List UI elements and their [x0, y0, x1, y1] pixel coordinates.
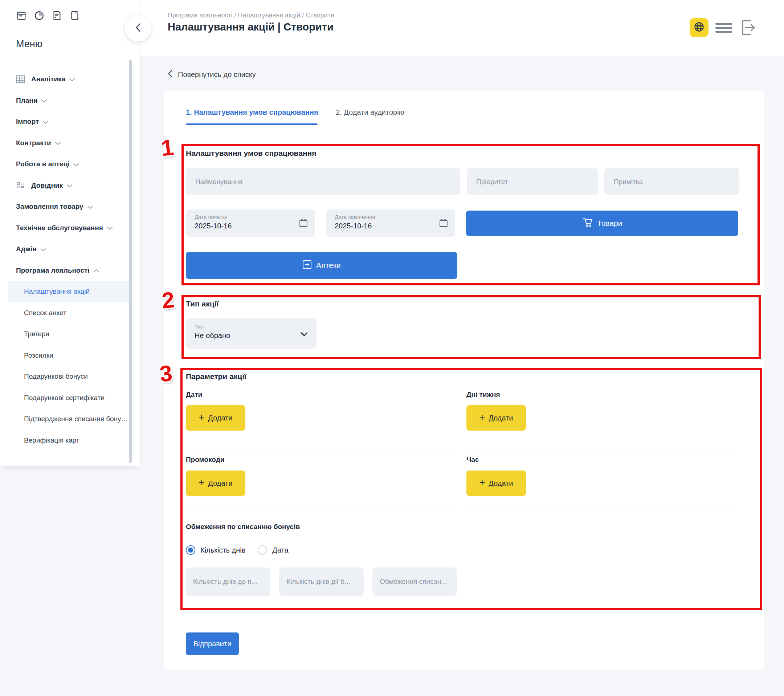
sidebar-item-label: Адмін — [16, 245, 37, 253]
sidebar-item-loyalty-program[interactable]: Програма лояльності — [0, 260, 140, 281]
pharmacies-button[interactable]: Аптеки — [186, 252, 457, 279]
products-button[interactable]: Товари — [466, 211, 738, 236]
sidebar-scrollbar[interactable] — [129, 60, 132, 463]
sidebar-item-goods-order[interactable]: Замовлення товару — [0, 196, 140, 218]
priority-input[interactable] — [467, 168, 598, 195]
chevron-down-icon — [107, 226, 112, 230]
time-group-label: Час — [466, 456, 479, 463]
end-date-field[interactable]: Дата закінчення 2025-10-16 — [326, 209, 455, 237]
divider — [466, 448, 739, 449]
sidebar-item-contracts[interactable]: Контракти — [0, 132, 140, 154]
add-time-button[interactable]: + Додати — [466, 470, 526, 496]
pie-chart-icon[interactable] — [34, 10, 44, 21]
list-icon — [16, 181, 25, 190]
weekdays-group-label: Дні тижня — [466, 391, 500, 399]
sidebar-subitem-mailings[interactable]: Розсилки — [0, 345, 140, 366]
sidebar-item-plans[interactable]: Плани — [0, 90, 140, 112]
globe-icon — [693, 21, 705, 35]
document-icon[interactable] — [51, 10, 63, 21]
sidebar-item-label: Плани — [16, 97, 37, 105]
promo-type-select[interactable]: Тип Не обрано — [186, 318, 316, 349]
divider — [186, 509, 457, 510]
breadcrumb: Програма лояльності / Налаштування акцій… — [168, 12, 334, 19]
radio-date-option[interactable]: Дата — [258, 545, 288, 555]
add-dates-button[interactable]: + Додати — [186, 405, 245, 430]
sidebar-menu-title: Меню — [16, 38, 43, 50]
chevron-down-icon — [43, 120, 48, 124]
sidebar-item-label: Імпорт — [16, 118, 39, 125]
bonus-limit-inputs — [186, 567, 457, 596]
chevron-up-icon — [94, 269, 99, 273]
chevron-down-icon — [301, 332, 308, 338]
divider — [186, 448, 457, 449]
tab-add-audience[interactable]: 2. Додати аудиторію — [336, 108, 404, 117]
sidebar-item-label: Технічне обслуговування — [16, 224, 103, 232]
annotation-number-1: 1 — [160, 136, 175, 159]
sidebar-subitem-triggers[interactable]: Тригери — [0, 323, 140, 345]
section1-title: Налаштування умов спрацювання — [186, 149, 316, 158]
chevron-left-icon — [135, 23, 141, 34]
sidebar: Меню Аналітика Плани Імпорт Контракти Ро… — [0, 0, 140, 466]
plus-square-icon — [302, 260, 312, 271]
add-promocodes-button[interactable]: + Додати — [186, 470, 245, 496]
menu-icon[interactable] — [715, 23, 732, 33]
sidebar-item-pharmacy-work[interactable]: Робота в аптеці — [0, 153, 140, 175]
sidebar-item-admin[interactable]: Адмін — [0, 239, 140, 260]
promocodes-group-label: Промокоди — [186, 456, 224, 463]
sidebar-subitem-gift-bonuses[interactable]: Подарункові бонуси — [0, 366, 140, 388]
submit-button[interactable]: Відправити — [186, 632, 239, 655]
chevron-left-icon — [168, 70, 172, 79]
sidebar-item-label: Довідник — [31, 181, 63, 190]
book-icon[interactable] — [69, 10, 80, 21]
language-button[interactable] — [690, 18, 708, 37]
note-input[interactable] — [604, 168, 740, 195]
divider — [466, 509, 739, 510]
radio-days-option[interactable]: Кількість днів — [186, 545, 245, 555]
tab-trigger-conditions[interactable]: 1. Налаштування умов спрацювання — [186, 108, 318, 117]
start-date-field[interactable]: Дата початку 2025-10-16 — [186, 209, 315, 237]
writeoff-limit-input[interactable] — [372, 567, 457, 596]
sidebar-subitem-questionnaires[interactable]: Список анкет — [0, 302, 140, 324]
divider — [186, 614, 457, 614]
sidebar-item-analytics[interactable]: Аналітика — [0, 69, 140, 90]
name-input[interactable] — [186, 168, 460, 195]
sidebar-item-maintenance[interactable]: Технічне обслуговування — [0, 218, 140, 239]
sidebar-item-label: Робота в аптеці — [16, 160, 70, 168]
radio-selected-icon[interactable] — [186, 545, 195, 555]
plus-icon: + — [479, 412, 485, 422]
sidebar-top-icons — [16, 10, 80, 21]
calendar-icon[interactable] — [298, 218, 308, 229]
chevron-down-icon — [74, 163, 79, 167]
chevron-down-icon — [87, 206, 93, 209]
annotation-number-2: 2 — [161, 288, 176, 312]
plus-icon: + — [199, 412, 205, 422]
chevron-down-icon — [55, 142, 61, 145]
sidebar-subitem-bonus-writeoff-confirm[interactable]: Підтвердження списання бону… — [0, 409, 140, 430]
sidebar-item-import[interactable]: Імпорт — [0, 111, 140, 132]
plus-icon: + — [199, 478, 205, 488]
main-card: 1. Налаштування умов спрацювання 2. Дода… — [164, 91, 764, 670]
sidebar-subitem-card-verification[interactable]: Верифікація карт — [0, 430, 140, 451]
logout-icon[interactable] — [740, 19, 756, 38]
sidebar-item-directory[interactable]: Довідник — [0, 175, 140, 196]
sidebar-subitem-gift-certificates[interactable]: Подарункові сертифікати — [0, 388, 140, 409]
back-to-list-link[interactable]: Повернутись до списку — [168, 70, 256, 79]
chevron-down-icon — [69, 78, 75, 82]
archive-icon[interactable] — [16, 10, 27, 21]
add-weekdays-button[interactable]: + Додати — [466, 405, 526, 430]
radio-unselected-icon[interactable] — [258, 545, 267, 555]
section1-date-row: Дата початку 2025-10-16 Дата закінчення … — [186, 209, 738, 237]
days-before-input[interactable] — [186, 567, 270, 596]
sidebar-menu: Аналітика Плани Імпорт Контракти Робота … — [0, 69, 140, 451]
page-title: Налаштування акцій | Створити — [168, 21, 334, 33]
chevron-down-icon — [67, 184, 72, 188]
calendar-icon[interactable] — [438, 218, 449, 229]
bonus-limit-title: Обмеження по списанню бонусів — [186, 523, 300, 531]
days-active-input[interactable] — [279, 567, 364, 596]
active-tab-underline — [186, 124, 318, 125]
sidebar-subitem-promo-settings[interactable]: Налаштування акцій — [0, 281, 140, 302]
chevron-down-icon — [41, 99, 47, 103]
bonus-limit-radios: Кількість днів Дата — [186, 545, 288, 555]
sidebar-collapse-button[interactable] — [125, 15, 151, 41]
sidebar-item-label: Аналітика — [31, 75, 65, 83]
